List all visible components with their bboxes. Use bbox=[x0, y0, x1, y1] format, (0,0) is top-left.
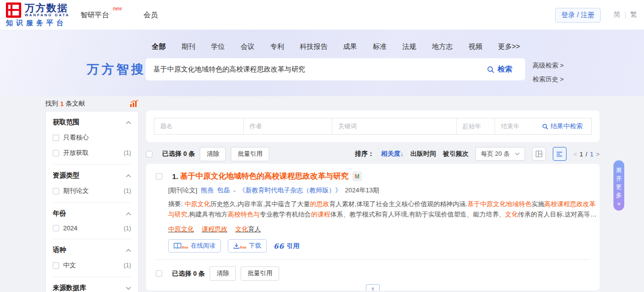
filter-section-language: 语种 中文 (1) bbox=[53, 239, 131, 277]
tab-tech-report[interactable]: 科技报告 bbox=[292, 42, 335, 51]
search-history-link[interactable]: 检索历史 > bbox=[533, 75, 564, 84]
filter-section-access-header[interactable]: 获取范围 bbox=[53, 118, 131, 127]
read-online-button[interactable]: free 在线阅读 bbox=[168, 239, 221, 253]
author-link[interactable]: 熊燕 bbox=[201, 186, 214, 195]
refine-keyword-input[interactable] bbox=[338, 123, 450, 130]
filter-option-open-access[interactable]: 开放获取 (1) bbox=[53, 148, 131, 157]
select-all-checkbox[interactable] bbox=[146, 151, 152, 157]
select-all-checkbox[interactable] bbox=[156, 270, 162, 277]
page-number-button[interactable]: 1 bbox=[366, 284, 379, 291]
result-item: 1. 基于中原文化地域特色的高校课程思政改革与研究 M [期刊论文] 熊燕 包磊… bbox=[146, 164, 600, 260]
tab-more[interactable]: 更多>> bbox=[490, 42, 528, 51]
result-title-link[interactable]: 基于中原文化地域特色的高校课程思政改革与研究 bbox=[180, 171, 349, 182]
filter-section-language-header[interactable]: 语种 bbox=[53, 246, 131, 255]
nav-item-zhiyan[interactable]: 智研平台 new bbox=[80, 10, 109, 20]
language-toggle: 简 | 繁 bbox=[613, 10, 637, 19]
result-checkbox[interactable] bbox=[156, 173, 162, 180]
checkbox[interactable] bbox=[53, 135, 59, 141]
chevron-down-icon bbox=[126, 287, 131, 290]
keyword-link[interactable]: 文化育人 bbox=[235, 225, 261, 234]
cite-button[interactable]: 66 引用 bbox=[274, 242, 299, 251]
batch-cite-button[interactable]: 批量引用 bbox=[241, 266, 279, 281]
result-index: 1. bbox=[172, 172, 179, 181]
batch-cite-button[interactable]: 批量引用 bbox=[231, 147, 269, 161]
download-button[interactable]: free 下载 bbox=[228, 239, 267, 253]
search-in-results-button[interactable]: 结果中检索 bbox=[533, 118, 591, 134]
nav-item-member[interactable]: 会员 bbox=[143, 10, 158, 20]
double-chevron-icon: » bbox=[617, 200, 621, 207]
grid-view-button[interactable] bbox=[532, 147, 546, 161]
expand-more-button[interactable]: 展开更多 » bbox=[613, 160, 624, 211]
refine-search-card: 结果中检索 bbox=[146, 110, 600, 142]
tab-journal[interactable]: 期刊 bbox=[174, 42, 203, 51]
filter-section-source-db: 来源数据库 bbox=[53, 277, 131, 292]
tab-standard[interactable]: 标准 bbox=[365, 42, 394, 51]
login-register-button[interactable]: 登录 / 注册 bbox=[555, 8, 601, 23]
refine-title-input[interactable] bbox=[160, 123, 237, 130]
results-list-card: 1. 基于中原文化地域特色的高校课程思政改革与研究 M [期刊论文] 熊燕 包磊… bbox=[146, 164, 600, 291]
top-header: 万方数据 WANFANG DATA 知识服务平台 智研平台 new 会员 登录 … bbox=[0, 0, 644, 30]
tab-conference[interactable]: 会议 bbox=[233, 42, 262, 51]
clear-button[interactable]: 清除 bbox=[210, 266, 236, 281]
search-brand-title: 万方智搜 bbox=[87, 61, 146, 77]
sort-cited-count[interactable]: 被引频次 bbox=[443, 149, 468, 158]
chevron-up-icon bbox=[126, 212, 131, 216]
search-input[interactable] bbox=[145, 66, 474, 73]
tab-video[interactable]: 视频 bbox=[461, 42, 490, 51]
tab-patent[interactable]: 专利 bbox=[262, 42, 292, 51]
tab-degree[interactable]: 学位 bbox=[203, 42, 233, 51]
wanfang-logo[interactable]: 万方数据 WANFANG DATA 知识服务平台 bbox=[6, 2, 70, 28]
new-badge: new bbox=[113, 6, 122, 11]
search-icon bbox=[542, 123, 548, 130]
filter-option-2024[interactable]: 2024 (1) bbox=[53, 224, 131, 232]
tab-local-chronicle[interactable]: 地方志 bbox=[424, 42, 461, 51]
filter-option-core[interactable]: 只看核心 bbox=[53, 133, 131, 142]
page: 万方数据 WANFANG DATA 知识服务平台 智研平台 new 会员 登录 … bbox=[0, 0, 644, 292]
current-page: 1 bbox=[579, 150, 583, 158]
clear-button[interactable]: 清除 bbox=[200, 147, 226, 161]
filter-option-chinese[interactable]: 中文 (1) bbox=[53, 261, 131, 270]
checkbox[interactable] bbox=[53, 262, 59, 269]
lang-traditional[interactable]: 繁 bbox=[630, 10, 637, 19]
download-icon bbox=[233, 243, 240, 249]
sort-relevance[interactable]: 相关度↓ bbox=[381, 149, 404, 158]
quote-icon: 66 bbox=[274, 242, 284, 250]
filter-section-year-header[interactable]: 年份 bbox=[53, 209, 131, 218]
next-page-arrow[interactable]: > bbox=[596, 150, 600, 158]
result-type: [期刊论文] bbox=[168, 186, 197, 195]
result-count: 1 bbox=[60, 100, 64, 108]
refine-author-input[interactable] bbox=[250, 123, 326, 130]
journal-link[interactable]: 《新教育时代电子杂志（教师版）》 bbox=[239, 186, 342, 195]
refine-start-year-input[interactable] bbox=[463, 123, 489, 130]
brand-subtitle: 知识服务平台 bbox=[6, 19, 70, 28]
bottom-pagination: 1 bbox=[146, 284, 600, 291]
checkbox[interactable] bbox=[53, 225, 59, 231]
tab-regulation[interactable]: 法规 bbox=[394, 42, 424, 51]
grid-view-icon bbox=[536, 150, 542, 157]
checkbox[interactable] bbox=[53, 150, 59, 156]
keyword-link[interactable]: 中原文化 bbox=[168, 225, 194, 234]
list-view-icon bbox=[556, 151, 563, 157]
chevron-up-icon bbox=[126, 249, 131, 252]
advanced-search-link[interactable]: 高级检索 > bbox=[533, 61, 564, 70]
brand-name-cn: 万方数据 bbox=[25, 3, 70, 13]
author-link[interactable]: 包磊 bbox=[217, 186, 230, 195]
m-badge-icon: M bbox=[353, 172, 362, 181]
free-tag: free bbox=[182, 246, 188, 249]
filter-section-resource-type-header[interactable]: 资源类型 bbox=[53, 171, 131, 180]
tab-achievement[interactable]: 成果 bbox=[335, 42, 365, 51]
page-size-select[interactable]: 每页 20 条 bbox=[475, 147, 525, 161]
top-nav: 智研平台 new 会员 bbox=[80, 10, 158, 20]
lang-simplified[interactable]: 简 bbox=[613, 10, 620, 19]
sort-publish-date[interactable]: 出版时间 bbox=[410, 149, 436, 158]
refine-end-year-input[interactable] bbox=[501, 123, 527, 130]
tab-all[interactable]: 全部 bbox=[144, 42, 174, 51]
stats-chart-icon[interactable] bbox=[130, 100, 139, 108]
prev-page-arrow[interactable]: < bbox=[573, 150, 577, 158]
list-view-button[interactable] bbox=[553, 147, 567, 161]
keyword-link[interactable]: 课程思政 bbox=[202, 225, 227, 234]
search-button[interactable]: 检索 bbox=[474, 58, 525, 80]
filter-section-source-db-header[interactable]: 来源数据库 bbox=[53, 284, 131, 292]
filter-option-journal-article[interactable]: 期刊论文 (1) bbox=[53, 186, 131, 195]
checkbox[interactable] bbox=[53, 188, 59, 194]
